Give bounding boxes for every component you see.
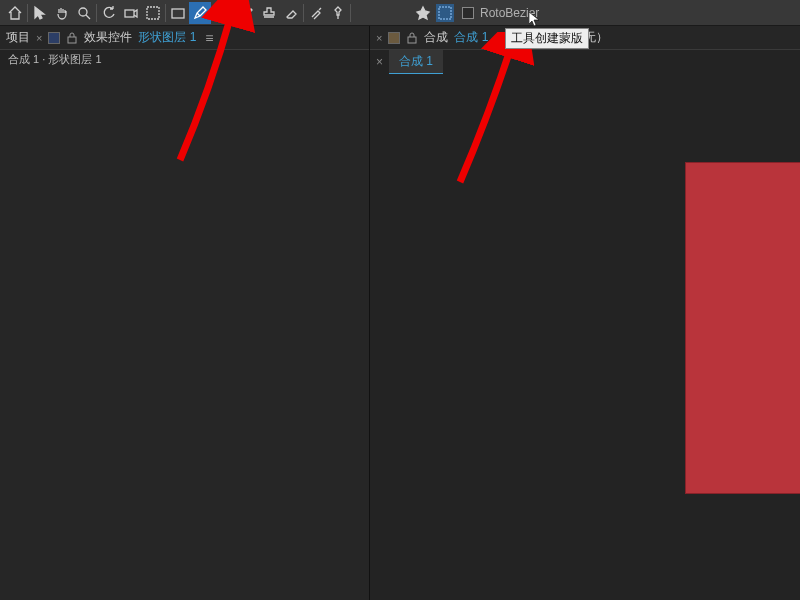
rotate-tool[interactable]: [98, 2, 120, 24]
brush-icon: [239, 5, 255, 21]
project-panel: 项目 × 效果控件 形状图层 1 ≡ 合成 1 · 形状图层 1: [0, 26, 370, 600]
project-panel-header: 项目 × 效果控件 形状图层 1 ≡: [0, 26, 369, 50]
camera-icon: [123, 5, 139, 21]
svg-rect-5: [68, 37, 76, 43]
svg-rect-2: [147, 7, 159, 19]
eraser-icon: [283, 5, 299, 21]
composition-panel: × 合成 合成 1 工具创建蒙版 无） × 合成 1: [370, 26, 800, 600]
pushpin-icon: [330, 5, 346, 21]
brush-tool[interactable]: [236, 2, 258, 24]
shape-rectangle[interactable]: [685, 162, 800, 494]
stamp-icon: [261, 5, 277, 21]
text-tool[interactable]: [211, 2, 233, 24]
hand-tool[interactable]: [51, 2, 73, 24]
lock-icon[interactable]: [66, 32, 78, 44]
separator: [350, 4, 351, 22]
pan-behind-icon: [145, 5, 161, 21]
close-icon[interactable]: ×: [376, 32, 382, 44]
comp-link[interactable]: 合成 1: [454, 29, 488, 46]
separator: [165, 4, 166, 22]
tooltip: 工具创建蒙版: [505, 28, 589, 49]
pointer-icon: [32, 5, 48, 21]
rotobezier-group: RotoBezier: [462, 6, 539, 20]
pan-behind-tool[interactable]: [142, 2, 164, 24]
puppet-tool[interactable]: [327, 2, 349, 24]
zoom-icon: [76, 5, 92, 21]
shape-options: [412, 2, 454, 24]
composition-panel-header: × 合成 合成 1 工具创建蒙版 无）: [370, 26, 800, 50]
home-icon: [7, 5, 23, 21]
svg-rect-6: [408, 37, 416, 43]
separator: [234, 4, 235, 22]
shape-layer-link[interactable]: 形状图层 1: [138, 29, 196, 46]
mask-box-icon: [438, 6, 452, 20]
svg-rect-1: [125, 10, 134, 17]
project-title: 项目: [6, 29, 30, 46]
comp-color-swatch[interactable]: [388, 32, 400, 44]
panel-menu-icon[interactable]: ≡: [202, 30, 216, 46]
comp-tab-row: × 合成 1: [370, 50, 800, 74]
close-icon[interactable]: ×: [36, 32, 42, 44]
roto-brush-tool[interactable]: [305, 2, 327, 24]
main-toolbar: RotoBezier: [0, 0, 800, 26]
panels-row: 项目 × 效果控件 形状图层 1 ≡ 合成 1 · 形状图层 1 × 合成 合成…: [0, 26, 800, 600]
pen-tool[interactable]: [189, 2, 211, 24]
separator: [303, 4, 304, 22]
comp-label: 合成: [424, 29, 448, 46]
pen-icon: [192, 5, 208, 21]
roto-brush-icon: [308, 5, 324, 21]
hand-icon: [54, 5, 70, 21]
viewer-area[interactable]: [370, 74, 800, 600]
project-empty-area: [0, 70, 369, 600]
separator: [27, 4, 28, 22]
create-mask-toggle[interactable]: [436, 4, 454, 22]
clone-stamp-tool[interactable]: [258, 2, 280, 24]
svg-point-0: [79, 8, 87, 16]
text-icon: [214, 5, 230, 21]
svg-rect-3: [172, 9, 184, 18]
lock-icon[interactable]: [406, 32, 418, 44]
rectangle-tool[interactable]: [167, 2, 189, 24]
tab-close-icon[interactable]: ×: [376, 55, 383, 69]
home-tool[interactable]: [4, 2, 26, 24]
project-breadcrumb: 合成 1 · 形状图层 1: [0, 50, 369, 70]
selection-tool[interactable]: [29, 2, 51, 24]
rotate-icon: [101, 5, 117, 21]
zoom-tool[interactable]: [73, 2, 95, 24]
effects-label: 效果控件: [84, 29, 132, 46]
svg-rect-4: [439, 7, 451, 19]
mouse-cursor: [529, 12, 545, 32]
camera-tool[interactable]: [120, 2, 142, 24]
star-icon: [415, 5, 431, 21]
eraser-tool[interactable]: [280, 2, 302, 24]
star-option[interactable]: [412, 2, 434, 24]
separator: [96, 4, 97, 22]
rotobezier-checkbox[interactable]: [462, 7, 474, 19]
comp-tab[interactable]: 合成 1: [389, 50, 443, 75]
rectangle-icon: [170, 5, 186, 21]
layer-color-swatch[interactable]: [48, 32, 60, 44]
